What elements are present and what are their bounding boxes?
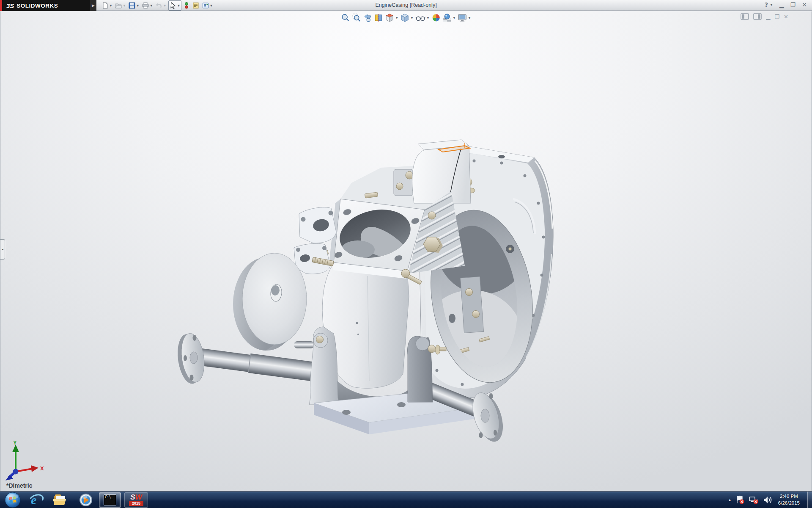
minimize-button[interactable]: ▁: [779, 1, 784, 8]
solidworks-2015-icon: SW 2015: [129, 494, 143, 506]
model-engine-casing[interactable]: [0, 11, 812, 491]
window-controls: ?▼ ▁ ❐ ✕: [765, 1, 807, 8]
taskbar-internet-explorer[interactable]: e: [27, 492, 46, 508]
edit-appearance-button[interactable]: [431, 13, 441, 22]
triad-x-label: X: [40, 465, 44, 472]
heads-up-toolbar: ▼ ▼ ▼ ▼ ▼: [341, 13, 471, 22]
doc-close-button[interactable]: ✕: [784, 14, 788, 20]
view-settings-button[interactable]: ▼: [458, 13, 471, 22]
document-window-controls: ▁ ❐ ✕: [741, 13, 788, 20]
close-button[interactable]: ✕: [802, 1, 807, 8]
zoom-to-fit-button[interactable]: [341, 13, 350, 22]
reference-triad: Y X: [1, 439, 48, 487]
system-tray: ▲ 2:40 PM 6/26/2015: [728, 491, 807, 508]
clock-time: 2:40 PM: [778, 493, 800, 500]
display-style-button[interactable]: ▼: [400, 13, 414, 22]
taskbar-solidworks[interactable]: SW 2015: [124, 492, 148, 508]
orientation-label: *Dimetric: [6, 482, 32, 489]
triad-y-label: Y: [13, 439, 17, 446]
restore-button[interactable]: ❐: [790, 1, 796, 8]
action-center-icon[interactable]: [735, 495, 745, 505]
window-title: EngineCasing [Read-only]: [0, 2, 812, 8]
clock[interactable]: 2:40 PM 6/26/2015: [778, 493, 800, 506]
taskbar-command-prompt[interactable]: C:\_: [99, 492, 121, 508]
network-icon[interactable]: [749, 495, 759, 505]
intake-flange-plates[interactable]: [294, 207, 336, 274]
volume-icon[interactable]: [763, 495, 773, 505]
doc-restore-button[interactable]: ❐: [774, 14, 779, 20]
flywheel-boss[interactable]: [233, 253, 307, 351]
windows-taskbar: e C:\_ SW 2015 ▲: [0, 491, 812, 508]
previous-view-button[interactable]: [363, 13, 372, 22]
pane-left-toggle[interactable]: [741, 13, 749, 20]
apply-scene-button[interactable]: ▼: [442, 13, 456, 22]
view-orientation-button[interactable]: ▼: [385, 13, 398, 22]
command-prompt-icon: C:\_: [104, 494, 116, 505]
feature-manager-collapsed-tab[interactable]: ◂: [0, 239, 5, 260]
clock-date: 6/26/2015: [778, 500, 800, 507]
taskbar-media-player[interactable]: [76, 492, 96, 508]
zoom-to-area-button[interactable]: [352, 13, 361, 22]
pane-right-toggle[interactable]: [753, 13, 762, 20]
show-desktop-button[interactable]: [807, 491, 812, 508]
title-bar: 3S SOLIDWORKS ▶ ▼ ▼ ▼ ▼ ▼ ▼: [0, 0, 812, 11]
taskbar-windows-explorer[interactable]: [50, 492, 70, 508]
help-button[interactable]: ?▼: [765, 1, 773, 8]
tray-expand-arrow[interactable]: ▲: [728, 498, 732, 502]
graphics-viewport[interactable]: ▼ ▼ ▼ ▼ ▼ ▁ ❐ ✕ ◂ Y: [0, 11, 812, 491]
doc-minimize-button[interactable]: ▁: [766, 14, 770, 20]
hide-show-items-button[interactable]: ▼: [415, 13, 430, 22]
section-view-button[interactable]: [374, 13, 383, 22]
start-button[interactable]: [3, 492, 22, 508]
